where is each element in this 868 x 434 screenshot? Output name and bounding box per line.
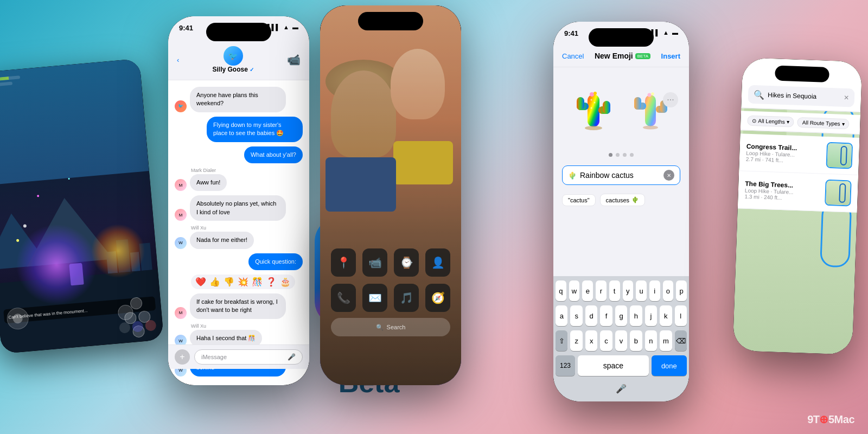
key-q[interactable]: q	[556, 280, 566, 301]
key-p[interactable]: p	[676, 280, 687, 301]
key-e[interactable]: e	[582, 280, 593, 301]
sender-avatar: M	[175, 209, 187, 221]
tapback-heart[interactable]: ❤️	[195, 277, 206, 287]
maps-phone: 🔍 Hikes in Sequoia ✕ ⊙ All Lengths ▾ All…	[733, 58, 863, 354]
suggestion-cactus-quoted[interactable]: "cactus"	[562, 194, 596, 206]
tapback-celebrate[interactable]: 🎊	[252, 277, 263, 287]
map-result-1[interactable]: Congress Trail... Loop Hike · Tulare... …	[739, 133, 859, 175]
svg-point-7	[591, 107, 592, 109]
compass-app-icon[interactable]: 🧭	[425, 284, 450, 312]
find-my-app-icon[interactable]: 📍	[331, 248, 356, 277]
key-j[interactable]: j	[645, 305, 657, 326]
rainbow-cactus-svg-1	[572, 84, 616, 132]
spotlight-search-bar[interactable]: 🔍 Search	[331, 318, 450, 336]
messages-attach-button[interactable]: +	[175, 349, 190, 365]
sender-avatar: M	[175, 179, 187, 191]
chevron-down-icon-filter2: ▾	[841, 121, 844, 127]
maps-search-clear[interactable]: ✕	[844, 94, 849, 101]
emoji-search-input[interactable]: 🌵 Rainbow cactus ✕	[562, 165, 680, 185]
messages-input-bar: + iMessage 🎤	[168, 344, 309, 369]
tapback-cake[interactable]: 🎂	[280, 277, 291, 287]
message-bubble-outgoing: Quick question:	[248, 253, 303, 270]
dynamic-island-emoji	[589, 28, 654, 47]
svg-point-6	[594, 102, 596, 104]
maps-search-bar[interactable]: 🔍 Hikes in Sequoia ✕	[748, 85, 855, 107]
tapback-thumbsup[interactable]: 👍	[209, 277, 220, 287]
watch-app-icon[interactable]: ⌚	[394, 248, 419, 277]
length-filter-label: All Lengths	[758, 118, 785, 125]
messages-back-button[interactable]: ‹	[177, 56, 179, 64]
suggestion-cactuses[interactable]: cactuses 🌵	[600, 194, 645, 206]
key-numbers[interactable]: 123	[556, 355, 575, 376]
microphone-icon[interactable]: 🎤	[288, 353, 296, 361]
video-call-button[interactable]: 📹	[287, 53, 301, 66]
map-result-2-info: The Big Trees... Loop Hike · Tulare... 1…	[744, 180, 820, 202]
message-item: Will Xu W Nada for me either!	[175, 225, 303, 248]
key-c[interactable]: c	[600, 330, 612, 351]
key-delete[interactable]: ⌫	[675, 330, 687, 351]
key-done[interactable]: done	[652, 355, 687, 376]
wifi-icon-emoji: ▲	[663, 29, 669, 36]
game-joystick[interactable]	[6, 307, 29, 330]
key-w[interactable]: w	[569, 280, 580, 301]
key-l[interactable]: l	[675, 305, 687, 326]
svg-point-5	[591, 99, 592, 101]
status-time-emoji: 9:41	[564, 29, 578, 37]
keyboard-row-bottom: 123 space done	[556, 355, 687, 376]
key-i[interactable]: i	[649, 280, 660, 301]
wifi-icon: ▲	[283, 24, 289, 30]
key-space[interactable]: space	[578, 355, 649, 376]
message-sender: Will Xu	[191, 225, 303, 231]
key-k[interactable]: k	[660, 305, 672, 326]
keyboard-microphone-icon[interactable]: 🎤	[616, 384, 627, 394]
key-n[interactable]: n	[645, 330, 657, 351]
emoji-preview-area	[553, 67, 689, 149]
key-z[interactable]: z	[570, 330, 582, 351]
tapback-question[interactable]: ❓	[266, 277, 277, 287]
key-h[interactable]: h	[630, 305, 642, 326]
route-type-filter[interactable]: All Route Types ▾	[797, 117, 850, 129]
key-x[interactable]: x	[585, 330, 597, 351]
key-d[interactable]: d	[585, 305, 597, 326]
svg-rect-13	[634, 97, 641, 110]
key-g[interactable]: g	[615, 305, 627, 326]
key-m[interactable]: m	[660, 330, 672, 351]
emoji-beta-badge: BETA	[635, 53, 650, 59]
mail-app-icon[interactable]: ✉️	[362, 284, 387, 312]
key-s[interactable]: s	[570, 305, 582, 326]
key-u[interactable]: u	[636, 280, 647, 301]
key-y[interactable]: y	[623, 280, 634, 301]
emoji-more-button[interactable]: ···	[663, 92, 678, 107]
watermark: 9T⊕5Mac	[807, 413, 854, 426]
phone-app-icon[interactable]: 📞	[331, 284, 356, 312]
emoji-search-text: Rainbow cactus	[580, 171, 634, 180]
key-a[interactable]: a	[556, 305, 567, 326]
emoji-insert-button[interactable]: Insert	[661, 52, 680, 60]
facetime-app-icon[interactable]: 📹	[362, 248, 387, 277]
key-f[interactable]: f	[600, 305, 612, 326]
music-app-icon[interactable]: 🎵	[394, 284, 419, 312]
game-device: Can't believe that was in the monument..…	[0, 59, 164, 354]
messages-text-input[interactable]: iMessage 🎤	[194, 349, 303, 365]
length-filter[interactable]: ⊙ All Lengths ▾	[747, 116, 794, 127]
key-r[interactable]: r	[596, 280, 607, 301]
contacts-app-icon[interactable]: 👤	[425, 248, 450, 277]
status-time-messages: 9:41	[179, 24, 193, 32]
message-sender: Will Xu	[191, 323, 303, 329]
key-v[interactable]: v	[615, 330, 627, 351]
rainbow-cactus-1	[570, 84, 618, 132]
key-b[interactable]: b	[630, 330, 642, 351]
message-item: What about y'all?	[175, 146, 303, 163]
map-result-2[interactable]: The Big Trees... Loop Hike · Tulare... 1…	[738, 171, 858, 213]
tapback-burst[interactable]: 💥	[238, 277, 248, 287]
key-shift[interactable]: ⇧	[556, 330, 567, 351]
tapback-thumbsdown[interactable]: 👎	[224, 277, 234, 287]
emoji-search-clear-button[interactable]: ✕	[663, 170, 674, 181]
emoji-cancel-button[interactable]: Cancel	[562, 52, 584, 60]
message-bubble-incoming: If cake for breakfast is wrong, I don't …	[190, 293, 286, 319]
lockscreen-phone: 📍 📹 ⌚ 👤 📞 ✉️	[320, 5, 461, 385]
key-t[interactable]: t	[609, 280, 620, 301]
messages-placeholder: iMessage	[201, 354, 227, 360]
svg-point-8	[585, 126, 602, 130]
key-o[interactable]: o	[663, 280, 674, 301]
